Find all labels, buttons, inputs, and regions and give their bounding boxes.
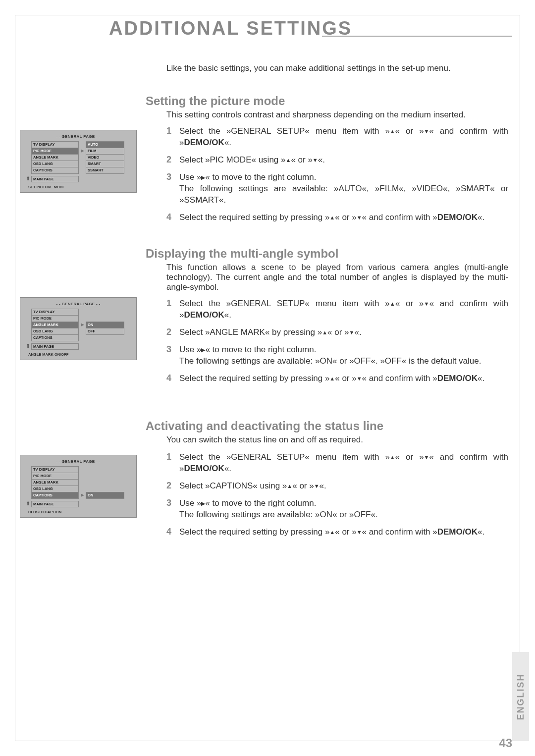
menu-item-left: PIC MODE xyxy=(31,315,79,322)
step: 2 Select »CAPTIONS« using »▲« or »▼«. xyxy=(166,481,508,492)
step-number: 2 xyxy=(166,481,179,492)
menu-row: CAPTIONS▶ON xyxy=(31,492,129,498)
step-text: Select »CAPTIONS« using »▲« or »▼«. xyxy=(179,481,508,492)
section1-steps: 1 Select the »GENERAL SETUP« menu item w… xyxy=(166,126,508,229)
menu-item-left: TV DISPLAY xyxy=(31,309,79,316)
up-icon: ▲ xyxy=(287,483,292,490)
menu-item-left: CAPTIONS xyxy=(31,492,79,499)
step: 1 Select the »GENERAL SETUP« menu item w… xyxy=(166,126,508,149)
menu-item-left: CAPTIONS xyxy=(31,167,79,174)
submenu-arrow-icon xyxy=(79,309,86,315)
down-icon: ▼ xyxy=(313,157,318,164)
submenu-arrow-icon xyxy=(79,161,86,167)
menu-row: TV DISPLAYAUTO xyxy=(31,141,129,148)
menu-item-left: OSD LANG xyxy=(31,486,79,492)
step-number: 4 xyxy=(166,212,179,223)
menu-screenshot-3: - - GENERAL PAGE - -TV DISPLAYPIC MODEAN… xyxy=(20,455,137,518)
menu-row: TV DISPLAY xyxy=(31,466,129,473)
menu-row: OSD LANGOFF xyxy=(31,328,129,334)
submenu-arrow-icon xyxy=(79,141,86,148)
menu-row: CAPTIONSSSMART xyxy=(31,167,129,173)
submenu-arrow-icon xyxy=(79,167,86,173)
section1-heading: Setting the picture mode xyxy=(146,94,285,108)
submenu-arrow-icon: ▶ xyxy=(79,148,86,154)
language-tab: ENGLISH xyxy=(512,652,529,741)
step-text: Select »ANGLE MARK« by pressing »▲« or »… xyxy=(179,327,508,338)
down-icon: ▼ xyxy=(357,214,362,221)
step-text: Select the required setting by pressing … xyxy=(179,527,508,538)
menu-item-left: CAPTIONS xyxy=(31,334,79,341)
submenu-arrow-icon xyxy=(79,334,86,341)
menu-main-row: ⬆MAIN PAGE xyxy=(24,343,129,349)
section3-steps: 1 Select the »GENERAL SETUP« menu item w… xyxy=(166,452,508,544)
menu-item-right: ON xyxy=(86,492,124,499)
section2-steps: 1 Select the »GENERAL SETUP« menu item w… xyxy=(166,298,508,390)
menu-item-left: OSD LANG xyxy=(31,328,79,335)
section3-desc: You can switch the status line on and of… xyxy=(166,435,508,445)
menu-item-right: AUTO xyxy=(86,141,124,148)
step-text: Select the required setting by pressing … xyxy=(179,212,508,223)
menu-row: ANGLE MARK▶ON xyxy=(31,322,129,328)
menu-footer: ANGLE MARK ON/OFF xyxy=(20,349,136,358)
submenu-arrow-icon: ▶ xyxy=(79,322,86,328)
menu-footer: CLOSED CAPTION xyxy=(20,507,136,515)
step-text: Select the »GENERAL SETUP« menu item wit… xyxy=(179,452,508,475)
step: 4 Select the required setting by pressin… xyxy=(166,373,508,384)
menu-title: - - GENERAL PAGE - - xyxy=(20,133,136,141)
step-number: 3 xyxy=(166,344,179,367)
down-icon: ▼ xyxy=(357,529,362,536)
step-number: 1 xyxy=(166,126,179,149)
menu-main-row: ⬆MAIN PAGE xyxy=(24,175,129,182)
step-number: 4 xyxy=(166,527,179,538)
step-text: Select the required setting by pressing … xyxy=(179,373,508,384)
submenu-arrow-icon xyxy=(79,466,86,473)
menu-row: PIC MODE xyxy=(31,315,129,322)
section2-desc: This function allows a scene to be playe… xyxy=(166,263,508,292)
up-icon: ▲ xyxy=(390,454,395,461)
menu-main-page: MAIN PAGE xyxy=(31,501,79,507)
menu-screenshot-1: - - GENERAL PAGE - -TV DISPLAYAUTOPIC MO… xyxy=(20,130,137,193)
intro-text: Like the basic settings, you can make ad… xyxy=(166,63,508,73)
menu-item-left: TV DISPLAY xyxy=(31,141,79,148)
up-icon: ▲ xyxy=(285,157,291,164)
menu-item-right: FILM xyxy=(86,148,124,155)
up-icon: ▲ xyxy=(390,300,395,308)
menu-item-right: SSMART xyxy=(86,167,124,174)
back-arrow-icon: ⬆ xyxy=(24,343,31,349)
language-label: ENGLISH xyxy=(516,673,526,720)
step-number: 1 xyxy=(166,298,179,321)
menu-item-left: TV DISPLAY xyxy=(31,466,79,473)
menu-footer: SET PICTURE MODE xyxy=(20,182,136,190)
step: 3 Use »▶« to move to the right column.Th… xyxy=(166,172,508,206)
menu-row: ANGLE MARK xyxy=(31,479,129,486)
section3-heading: Activating and deactivating the status l… xyxy=(146,419,383,433)
menu-item-right: SMART xyxy=(86,161,124,167)
menu-row: CAPTIONS xyxy=(31,334,129,341)
step-text: Use »▶« to move to the right column.The … xyxy=(179,498,508,521)
step: 4 Select the required setting by pressin… xyxy=(166,212,508,223)
step-number: 4 xyxy=(166,373,179,384)
down-icon: ▼ xyxy=(424,128,429,135)
down-icon: ▼ xyxy=(424,454,429,461)
section2-heading: Displaying the multi-angle symbol xyxy=(146,247,338,261)
step: 1 Select the »GENERAL SETUP« menu item w… xyxy=(166,298,508,321)
menu-row: PIC MODE xyxy=(31,473,129,479)
submenu-arrow-icon xyxy=(79,473,86,479)
page-number: 43 xyxy=(499,736,512,750)
menu-item-left: ANGLE MARK xyxy=(31,154,79,161)
back-arrow-icon: ⬆ xyxy=(24,175,31,182)
up-icon: ▲ xyxy=(329,375,335,382)
step-number: 2 xyxy=(166,327,179,338)
menu-row: TV DISPLAY xyxy=(31,309,129,315)
back-arrow-icon: ⬆ xyxy=(24,500,31,507)
menu-item-right: ON xyxy=(86,322,124,328)
menu-row: OSD LANGSMART xyxy=(31,161,129,167)
menu-item-right: OFF xyxy=(86,328,124,335)
step: 1 Select the »GENERAL SETUP« menu item w… xyxy=(166,452,508,475)
down-icon: ▼ xyxy=(357,375,362,382)
step-number: 3 xyxy=(166,172,179,206)
up-icon: ▲ xyxy=(390,128,395,135)
submenu-arrow-icon xyxy=(79,315,86,322)
down-icon: ▼ xyxy=(349,329,355,336)
step-text: Use »▶« to move to the right column.The … xyxy=(179,172,508,206)
